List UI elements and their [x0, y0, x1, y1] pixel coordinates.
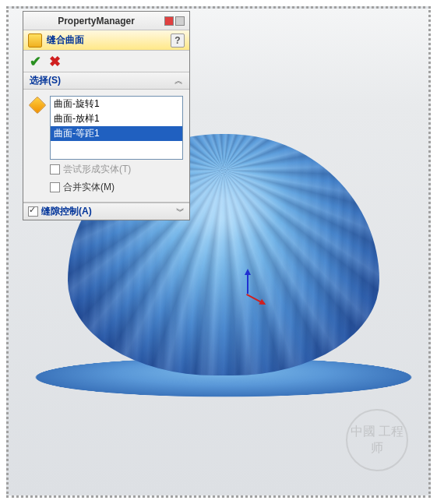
gap-control-checkbox[interactable]: [28, 206, 38, 217]
origin-triad[interactable]: [227, 274, 266, 313]
list-item[interactable]: 曲面-等距1: [51, 126, 182, 141]
pm-titlebar: PropertyManager: [23, 12, 189, 30]
try-solid-checkbox: [50, 164, 60, 174]
list-item[interactable]: 曲面-放样1: [51, 111, 182, 126]
pm-title: PropertyManager: [28, 16, 164, 26]
z-axis-icon: [247, 270, 248, 294]
pin-icon[interactable]: [164, 16, 174, 26]
ok-button[interactable]: ✔: [30, 53, 41, 70]
merge-label: 合并实体(M): [63, 181, 115, 194]
chevron-up-icon: ︽: [174, 75, 183, 86]
property-manager-panel: PropertyManager 缝合曲面 ? ✔ ✖ 选择(S) ︽ 曲面-旋转…: [23, 11, 190, 220]
gap-control-title: 缝隙控制(A): [41, 205, 109, 218]
selection-title: 选择(S): [30, 74, 174, 87]
list-item[interactable]: 曲面-旋转1: [51, 97, 182, 111]
selection-section: 选择(S) ︽ 曲面-旋转1 曲面-放样1 曲面-等距1 尝试形成实体(T) 合…: [23, 72, 189, 203]
selection-list[interactable]: 曲面-旋转1 曲面-放样1 曲面-等距1: [50, 96, 183, 160]
feature-header: 缝合曲面 ?: [23, 30, 189, 51]
chevron-down-icon: ︾: [176, 206, 185, 217]
merge-checkbox[interactable]: [50, 182, 60, 192]
selection-header[interactable]: 选择(S) ︽: [23, 72, 189, 90]
cancel-button[interactable]: ✖: [49, 53, 61, 70]
pushpin-icon[interactable]: [175, 16, 185, 26]
x-axis-icon: [246, 294, 265, 305]
feature-title: 缝合曲面: [47, 33, 171, 47]
knit-surface-icon: [28, 33, 42, 48]
help-button[interactable]: ?: [171, 33, 185, 48]
watermark: 中國 工程师: [346, 409, 408, 471]
surface-select-icon: [29, 97, 47, 115]
action-row: ✔ ✖: [23, 51, 189, 72]
gap-control-section[interactable]: 缝隙控制(A) ︾: [23, 203, 189, 220]
try-solid-label: 尝试形成实体(T): [63, 163, 131, 176]
